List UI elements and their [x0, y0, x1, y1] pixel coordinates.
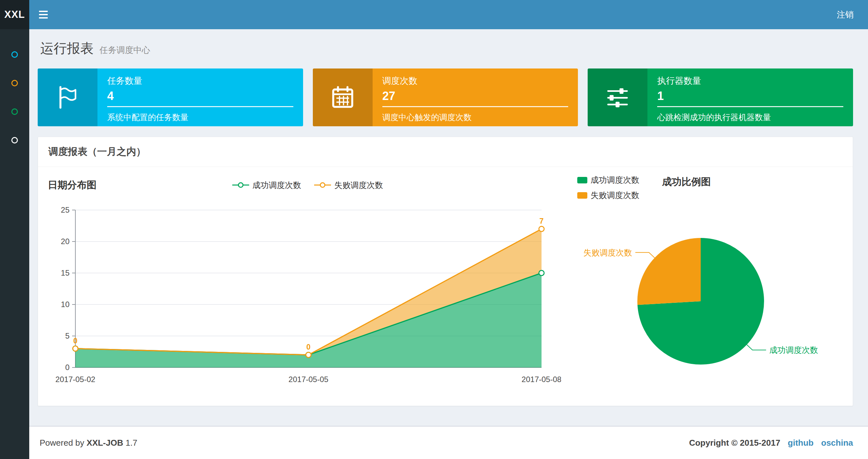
pie-leader-line — [747, 345, 766, 350]
sidebar — [0, 29, 29, 459]
navbar-spacer — [58, 0, 823, 29]
info-box-content: 执行器数量 1 心跳检测成功的执行器机器数量 — [647, 68, 853, 126]
info-box-divider — [107, 106, 293, 107]
sidebar-toggle-button[interactable] — [29, 0, 58, 29]
info-box-title: 任务数量 — [107, 75, 293, 87]
footer-version: 1.7 — [125, 438, 137, 448]
circle-icon — [11, 80, 18, 86]
github-link[interactable]: github — [788, 438, 813, 448]
pie-slice-label: 失败调度次数 — [583, 248, 632, 257]
sidebar-item-4[interactable] — [0, 126, 29, 155]
flag-icon — [38, 68, 97, 126]
circle-icon — [11, 51, 18, 58]
point-label: 0 — [73, 337, 78, 345]
info-box-desc: 系统中配置的任务数量 — [107, 112, 293, 123]
x-tick-label: 2017-05-08 — [522, 375, 561, 384]
footer: Powered by XXL-JOB 1.7 Copyright © 2015-… — [29, 426, 868, 459]
y-tick-label: 15 — [61, 268, 69, 277]
y-tick-label: 25 — [61, 205, 69, 214]
legend-swatch-icon — [577, 192, 587, 199]
panel-body: 日期分布图 成功调度次数失败调度次数 05101520252017-05-022… — [38, 167, 853, 406]
info-box-triggers[interactable]: 调度次数 27 调度中心触发的调度次数 — [313, 68, 578, 126]
info-box-divider — [657, 106, 843, 107]
sidebar-item-2[interactable] — [0, 69, 29, 97]
line-chart-title: 日期分布图 — [48, 178, 96, 192]
main-content: 运行报表 任务调度中心 任务数量 4 系统中配置的任务数量 — [29, 29, 868, 426]
footer-powered-by: Powered by XXL-JOB 1.7 — [40, 438, 137, 448]
app-logo[interactable]: XXL — [0, 0, 29, 29]
info-box-title: 执行器数量 — [657, 75, 843, 87]
info-box-value: 1 — [657, 89, 843, 103]
page-subtitle: 任务调度中心 — [99, 45, 150, 55]
legend-item[interactable]: 失败调度次数 — [314, 180, 383, 191]
date-distribution-section: 日期分布图 成功调度次数失败调度次数 05101520252017-05-022… — [48, 175, 567, 398]
footer-brand: XXL-JOB — [87, 438, 123, 448]
info-box-divider — [382, 106, 568, 107]
data-point[interactable] — [306, 352, 311, 357]
line-chart-header: 日期分布图 成功调度次数失败调度次数 — [48, 175, 567, 195]
point-label: 0 — [306, 343, 311, 351]
top-navbar: XXL 注销 — [0, 0, 868, 29]
y-tick-label: 0 — [65, 363, 69, 372]
legend-label: 成功调度次数 — [252, 180, 301, 191]
report-panel: 调度报表（一月之内） 日期分布图 成功调度次数失败调度次数 0510152025… — [38, 137, 853, 406]
calendar-icon — [313, 68, 373, 126]
circle-icon — [11, 137, 18, 143]
circle-icon — [11, 108, 18, 115]
info-box-desc: 心跳检测成功的执行器机器数量 — [657, 112, 843, 123]
panel-title: 调度报表（一月之内） — [38, 137, 853, 167]
y-tick-label: 20 — [61, 237, 69, 246]
page-title: 运行报表 — [40, 41, 94, 56]
info-box-content: 调度次数 27 调度中心触发的调度次数 — [373, 68, 578, 126]
pie-chart-legend: 成功调度次数失败调度次数 — [577, 175, 639, 201]
info-box-row: 任务数量 4 系统中配置的任务数量 调度次数 2 — [38, 68, 853, 126]
y-tick-label: 5 — [65, 331, 69, 340]
info-box-jobs[interactable]: 任务数量 4 系统中配置的任务数量 — [38, 68, 303, 126]
date-distribution-chart[interactable]: 05101520252017-05-022017-05-052017-05-08… — [48, 195, 561, 397]
line-legend-marker-icon — [232, 182, 249, 188]
success-ratio-chart[interactable]: 成功调度次数失败调度次数 — [577, 201, 840, 389]
footer-copyright: Copyright © 2015-2017 github oschina — [689, 438, 853, 448]
x-tick-label: 2017-05-05 — [288, 375, 329, 384]
info-box-value: 27 — [382, 89, 568, 103]
legend-item[interactable]: 失败调度次数 — [577, 190, 639, 201]
data-point[interactable] — [539, 226, 544, 231]
legend-swatch-icon — [577, 177, 587, 184]
info-box-executors[interactable]: 执行器数量 1 心跳检测成功的执行器机器数量 — [588, 68, 853, 126]
info-box-desc: 调度中心触发的调度次数 — [382, 112, 568, 123]
info-box-title: 调度次数 — [382, 75, 568, 87]
legend-label: 失败调度次数 — [591, 190, 639, 201]
pie-chart-header: 成功调度次数失败调度次数 成功比例图 — [577, 175, 843, 201]
sidebar-item-1[interactable] — [0, 40, 29, 69]
data-point[interactable] — [539, 270, 544, 275]
pie-leader-line — [636, 253, 655, 258]
info-box-value: 4 — [107, 89, 293, 103]
legend-label: 成功调度次数 — [591, 175, 639, 185]
data-point[interactable] — [73, 346, 78, 351]
line-legend-marker-icon — [314, 182, 331, 188]
y-tick-label: 10 — [61, 300, 69, 309]
logout-link[interactable]: 注销 — [823, 0, 868, 29]
x-tick-label: 2017-05-02 — [56, 375, 95, 384]
legend-label: 失败调度次数 — [334, 180, 383, 191]
page-header: 运行报表 任务调度中心 — [40, 40, 853, 58]
sidebar-item-3[interactable] — [0, 97, 29, 126]
info-box-content: 任务数量 4 系统中配置的任务数量 — [97, 68, 303, 126]
success-ratio-section: 成功调度次数失败调度次数 成功比例图 成功调度次数失败调度次数 — [577, 175, 843, 398]
pie-chart-title: 成功比例图 — [662, 175, 711, 189]
line-chart-legend: 成功调度次数失败调度次数 — [232, 180, 383, 191]
legend-item[interactable]: 成功调度次数 — [577, 175, 639, 185]
hamburger-icon — [39, 11, 48, 12]
oschina-link[interactable]: oschina — [821, 438, 853, 448]
app-root: XXL 注销 运行报表 任务调度中心 任务 — [0, 0, 868, 459]
point-label: 7 — [539, 217, 544, 225]
pie-slice-label: 成功调度次数 — [769, 346, 818, 355]
pie-slice[interactable] — [638, 238, 701, 305]
legend-item[interactable]: 成功调度次数 — [232, 180, 301, 191]
sliders-icon — [588, 68, 647, 126]
